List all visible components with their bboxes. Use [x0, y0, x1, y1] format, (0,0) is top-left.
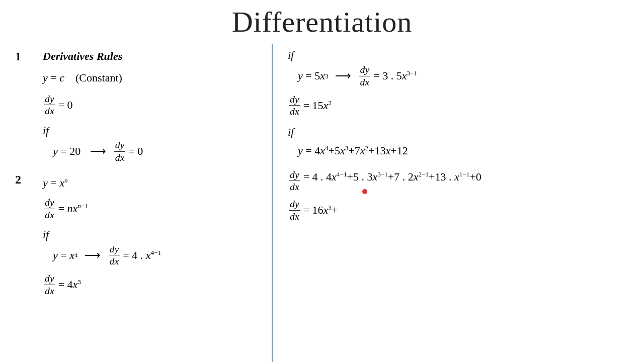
if2-label: if	[43, 228, 262, 241]
rule2-derivative: dy dx = nxn−1	[43, 197, 262, 221]
red-dot	[362, 189, 367, 194]
example2-if-label: if	[288, 126, 634, 139]
rule2-result: dy dx = 4x3	[43, 273, 262, 297]
example2-result: dy dx = 16x3+	[288, 198, 634, 223]
if1-content: y = 20 ⟶ dy dx = 0	[53, 139, 262, 164]
rule1-equation: y = c (Constant)	[43, 68, 262, 88]
rule1-derivative: dy dx = 0	[43, 93, 262, 118]
if1-label: if	[43, 124, 262, 137]
page-title: Differentiation	[0, 0, 644, 44]
right-panel: if y = 5x3 ⟶ dy dx = 3 . 5x3−1 dy dx = 1…	[273, 44, 644, 362]
if2-content: y = x4 ⟶ dy dx = 4 . x4−1	[53, 243, 262, 268]
example2-equation: y = 4x4+5x3+7x2+13x+12	[298, 141, 634, 161]
example1-equation: y = 5x3 ⟶ dy dx = 3 . 5x3−1	[298, 64, 634, 88]
section1-title: Derivatives Rules	[43, 50, 262, 63]
example2-deriv-step: dy dx = 4 . 4x4−1+5 . 3x3−1+7 . 2x2−1+13…	[288, 166, 634, 194]
section1-number: 1	[15, 50, 21, 63]
left-panel: 1 Derivatives Rules y = c (Constant) dy …	[0, 44, 272, 362]
example1: if y = 5x3 ⟶ dy dx = 3 . 5x3−1 dy dx = 1…	[288, 49, 634, 118]
rule2-equation: y = xn	[43, 173, 262, 193]
example1-if-label: if	[288, 49, 634, 62]
example2: if y = 4x4+5x3+7x2+13x+12 dy dx = 4 . 4x…	[288, 126, 634, 223]
section2-number: 2	[15, 173, 21, 187]
example1-result: dy dx = 15x2	[288, 94, 634, 118]
